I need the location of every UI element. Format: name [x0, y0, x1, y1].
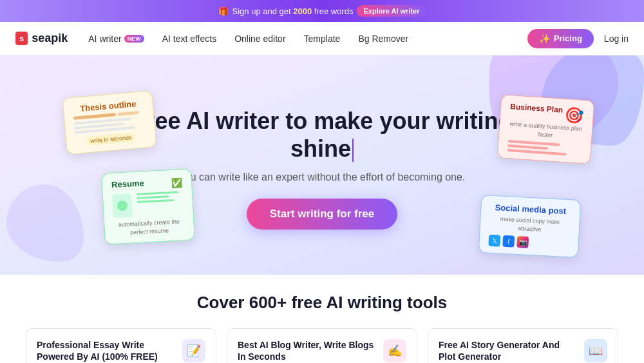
card-social: Social media post make social copy more … — [478, 195, 582, 258]
nav-links: AI writer NEW AI text effects Online edi… — [88, 34, 506, 44]
essay-icon: 📝 — [182, 339, 205, 362]
thesis-sub: write in seconds — [86, 133, 136, 146]
social-icons: 𝕏 f 📷 — [488, 235, 569, 251]
logo[interactable]: s seapik — [15, 32, 68, 45]
hero-subtitle: You can write like an expert without the… — [179, 172, 466, 183]
business-card-title: Business Plan — [510, 102, 564, 115]
banner-highlight: 2000 — [293, 6, 312, 16]
nav-template[interactable]: Template — [304, 34, 341, 44]
new-badge: NEW — [124, 35, 144, 43]
tool-story-title: Free AI Story Generator And Plot Generat… — [439, 339, 584, 362]
tool-card-story: Free AI Story Generator And Plot Generat… — [428, 328, 618, 363]
social-card-sub: make social copy more attractive — [489, 215, 571, 235]
nav-bg-remover[interactable]: Bg Remover — [358, 34, 408, 44]
facebook-icon: f — [502, 235, 515, 248]
hero-title: Free AI writer to make your writing shin… — [103, 107, 541, 162]
cursor — [352, 139, 354, 162]
resume-card-sub: automatically create the perfect resume — [113, 217, 185, 237]
nav-ai-text-effects[interactable]: AI text effects — [162, 34, 217, 44]
tool-card-header-essay: Professional Essay Write Powered By AI (… — [37, 339, 205, 362]
instagram-icon: 📷 — [516, 236, 529, 248]
tools-cards: Professional Essay Write Powered By AI (… — [26, 328, 618, 363]
resume-check-icon: ✅ — [171, 177, 183, 188]
social-card-title: Social media post — [490, 202, 571, 217]
start-writing-button[interactable]: Start writing for free — [247, 199, 397, 230]
top-banner: 🎁 Sign up and get 2000 free words Explor… — [0, 0, 644, 22]
resume-card-title: Resume — [111, 178, 144, 190]
pricing-button[interactable]: ✨ Pricing — [527, 29, 594, 48]
card-thesis: Thesis outline write in seconds — [62, 90, 156, 155]
login-link[interactable]: Log in — [604, 34, 629, 44]
tool-card-header-story: Free AI Story Generator And Plot Generat… — [439, 339, 607, 362]
explore-ai-writer-button[interactable]: Explore AI writer — [357, 5, 426, 17]
story-icon: 📖 — [584, 339, 607, 362]
tool-blog-title: Best AI Blog Writer, Write Blogs In Seco… — [238, 339, 383, 362]
card-resume: Resume ✅ automatically create the perfec… — [101, 168, 195, 244]
card-business: Business Plan 🎯 write a quality business… — [497, 94, 595, 164]
bg-blob-3 — [6, 184, 84, 262]
tool-card-blog: Best AI Blog Writer, Write Blogs In Seco… — [227, 328, 417, 363]
logo-box: s — [15, 32, 28, 45]
tools-title: Cover 600+ free AI writing tools — [26, 293, 618, 313]
gift-icon: 🎁 — [218, 6, 229, 16]
nav-ai-writer[interactable]: AI writer NEW — [88, 34, 144, 44]
logo-text: seapik — [32, 32, 68, 45]
target-icon: 🎯 — [564, 106, 585, 125]
banner-text: Sign up and get 2000 free words — [232, 6, 354, 16]
tool-card-essay: Professional Essay Write Powered By AI (… — [26, 328, 216, 363]
tools-section: Cover 600+ free AI writing tools Profess… — [0, 275, 644, 363]
navbar: s seapik AI writer NEW AI text effects O… — [0, 22, 644, 55]
nav-right: ✨ Pricing Log in — [527, 29, 629, 48]
nav-online-editor[interactable]: Online editor — [234, 34, 285, 44]
blog-icon: ✍️ — [383, 339, 406, 362]
twitter-icon: 𝕏 — [488, 235, 500, 247]
hero-section: Thesis outline write in seconds Business… — [0, 55, 644, 275]
tool-essay-title: Professional Essay Write Powered By AI (… — [37, 339, 182, 362]
tool-card-header-blog: Best AI Blog Writer, Write Blogs In Seco… — [238, 339, 406, 362]
